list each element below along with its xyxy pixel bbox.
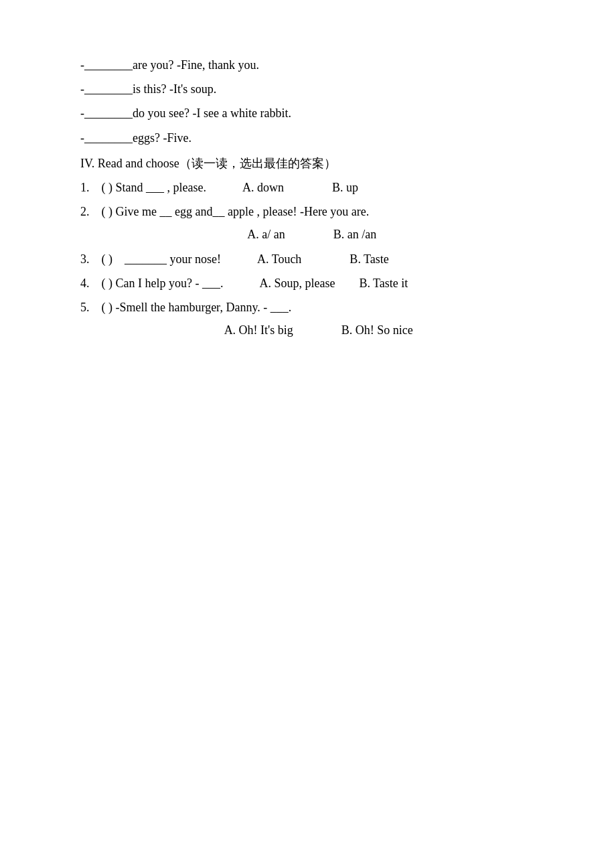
section-iv: IV. Read and choose（读一读，选出最佳的答案） 1. ( ) … [80, 152, 549, 342]
item-num-2: 2. [80, 200, 102, 223]
exercise-item-2: 2. ( ) Give me __ egg and__ apple , plea… [80, 200, 549, 246]
item-num-4: 4. [80, 272, 102, 295]
fill-in-section: -________are you? -Fine, thank you. -___… [80, 54, 549, 149]
item-num-5: 5. [80, 296, 102, 319]
section-iv-header: IV. Read and choose（读一读，选出最佳的答案） [80, 152, 549, 175]
exercise-item-5: 5. ( ) -Smell the hamburger, Danny. - __… [80, 296, 549, 341]
fill-in-item-5: -________eggs? -Five. [80, 127, 549, 149]
exercise-item-4: 4. ( ) Can I help you? - ___. A. Soup, p… [80, 272, 549, 295]
page-content: -________are you? -Fine, thank you. -___… [80, 54, 549, 341]
fill-in-item-3: -________is this? -It's soup. [80, 78, 549, 100]
item-content-5: ( ) -Smell the hamburger, Danny. - ___. … [102, 296, 550, 341]
item-content-4: ( ) Can I help you? - ___. A. Soup, plea… [102, 272, 550, 295]
exercise-item-1: 1. ( ) Stand ___ , please. A. down B. up [80, 176, 549, 199]
item-content-1: ( ) Stand ___ , please. A. down B. up [102, 176, 550, 199]
exercise-item-3: 3. ( ) _______ your nose! A. Touch B. Ta… [80, 248, 549, 270]
fill-in-item-4: -________do you see? -I see a white rabb… [80, 102, 549, 125]
item-num-3: 3. [80, 248, 102, 270]
item-num-1: 1. [80, 176, 102, 199]
item-content-3: ( ) _______ your nose! A. Touch B. Taste [102, 248, 550, 270]
item-content-2: ( ) Give me __ egg and__ apple , please!… [102, 200, 550, 246]
fill-in-item-2: -________are you? -Fine, thank you. [80, 54, 549, 76]
